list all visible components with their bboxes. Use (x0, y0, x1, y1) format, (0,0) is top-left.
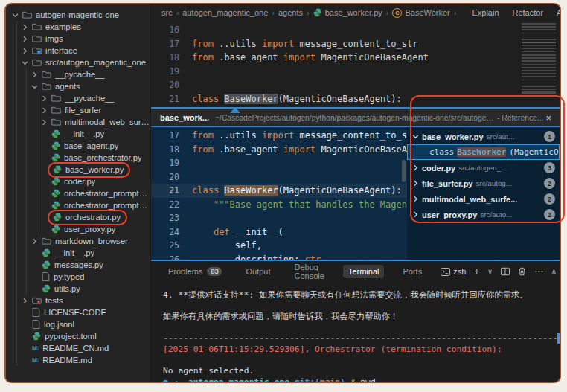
chevron-right-icon[interactable] (412, 180, 419, 187)
chevron-down-icon[interactable] (12, 12, 19, 19)
breadcrumb-segment-src[interactable]: src (161, 8, 173, 17)
tree-item-interface[interactable]: interface (6, 45, 150, 57)
reference-file-base-worker-py[interactable]: base_worker.pysrc/aut...1 (407, 129, 560, 144)
terminal-output[interactable]: 4. **提供对话支持**: 如果你需要聊天或有任何想法需要交流，我会随时倾听并… (151, 281, 560, 382)
panel-tab-debug-console[interactable]: Debug Console (289, 260, 330, 283)
panel-tab-problems[interactable]: Problems83 (163, 265, 227, 278)
tree-item-messages-py[interactable]: messages.py (6, 259, 150, 271)
tree-item-agents[interactable]: agents (6, 80, 150, 92)
terminal-line: [2025-01-06T11:15:29.529306], Orchestrat… (163, 344, 560, 356)
tree-item-orchestrator-prompts-cn-py[interactable]: orchestrator_prompts_cn.py (6, 187, 150, 199)
tree-item-coder-py[interactable]: coder.py (6, 176, 150, 187)
panel-tab-output[interactable]: Output (240, 265, 275, 278)
reference-file-multimodal-web-surfe[interactable]: multimodal_web_surfe...2 (407, 191, 560, 207)
code-editor[interactable]: 1617from ..utils import message_content_… (151, 21, 560, 107)
tree-item-readme-cn-md[interactable]: M↓README_CN.md (6, 342, 150, 354)
tree-item-tests[interactable]: tests (6, 295, 150, 306)
reference-match[interactable]: class BaseWorker(MagenticO (407, 144, 560, 160)
panel-tab-terminal[interactable]: Terminal (343, 265, 385, 278)
reference-file-coder-py[interactable]: coder.pysrc/autogen_...3 (407, 160, 560, 176)
chevron-down-icon[interactable] (412, 133, 419, 140)
breadcrumb-separator: › (272, 8, 275, 17)
tree-item-py-typed[interactable]: py.typed (6, 271, 150, 283)
chevron-right-icon[interactable] (41, 107, 48, 114)
chevron-right-icon[interactable] (22, 298, 28, 304)
chevron-right-icon[interactable] (22, 48, 28, 54)
tree-item-examples[interactable]: examples (6, 21, 150, 33)
python-file-icon (313, 8, 322, 17)
panel-tab-ports[interactable]: Ports (397, 265, 427, 278)
tree-item-license-code[interactable]: LICENSE-CODE (6, 306, 150, 318)
chevron-right-icon[interactable] (412, 196, 419, 202)
chevron-right-icon[interactable] (22, 36, 28, 42)
tree-item-utils-py[interactable]: utils.py (6, 283, 150, 295)
tree-item-base-worker-py[interactable]: base_worker.py (6, 164, 150, 176)
tree-item-pycache[interactable]: __pycache__ (6, 92, 150, 104)
peek-editor[interactable]: 17from ..utils import message_content_to… (151, 127, 407, 260)
tree-item-base-agent-py[interactable]: base_agent.py (6, 140, 150, 152)
file-icon (32, 308, 40, 317)
tree-item-imgs[interactable]: imgs (6, 33, 150, 45)
tree-item-src-autogen-magentic-one[interactable]: src/autogen_magentic_one (6, 57, 150, 68)
minimap[interactable] (522, 23, 556, 97)
chevron-right-icon[interactable] (412, 164, 419, 171)
action-add-docstring[interactable]: Add Docstring (557, 8, 561, 17)
tree-item-label: messages.py (54, 260, 103, 269)
breadcrumb-segment-base-worker-py[interactable]: base_worker.py (313, 8, 382, 17)
shell-terminal-icon[interactable]: zsh (441, 267, 466, 276)
tree-item-label: orchestrator_prompts.py (64, 201, 150, 210)
action-explain[interactable]: Explain (472, 8, 499, 17)
maximize-panel-button[interactable]: ∧ (551, 268, 557, 275)
breadcrumb-segment-baseworker[interactable]: CBaseWorker (392, 8, 449, 18)
editor-code: 1617from ..utils import message_content_… (151, 21, 560, 106)
python-file-icon (42, 284, 51, 293)
class-symbol-icon: C (392, 8, 402, 18)
chevron-down-icon[interactable] (22, 60, 28, 66)
folder-icon (51, 118, 61, 126)
split-terminal-button[interactable] (501, 267, 510, 276)
kill-terminal-button[interactable] (518, 267, 526, 276)
reference-file-file-surfer-py[interactable]: file_surfer.pysrc/autog...2 (407, 176, 560, 191)
tree-item-init-py[interactable]: __init__.py (6, 247, 150, 259)
reference-file-user-proxy-py[interactable]: user_proxy.pysrc/auto...2 (407, 207, 560, 222)
chevron-right-icon[interactable] (31, 238, 38, 245)
chevron-down-icon[interactable] (31, 83, 38, 90)
close-icon[interactable]: × (543, 112, 554, 123)
chevron-right-icon[interactable] (22, 24, 28, 30)
tree-item-multimodal-web-surfer[interactable]: multimodal_web_surfer (6, 116, 150, 128)
peek-body: 17from ..utils import message_content_to… (151, 127, 560, 260)
tree-item-readme-md[interactable]: M↓README.md (6, 354, 150, 366)
tree-item-label: agents (55, 82, 80, 91)
tree-item-pycache[interactable]: __pycache__ (6, 68, 150, 80)
tree-item-markdown-browser[interactable]: markdown_browser (6, 235, 150, 247)
folder-icon (22, 10, 32, 19)
action-refactor[interactable]: Refactor (513, 8, 544, 17)
folder-icon (51, 106, 61, 115)
reference-count-badge: 2 (544, 178, 555, 189)
breadcrumb-segment-autogen-magentic-one[interactable]: autogen_magentic_one (182, 8, 268, 17)
tree-item-init-py[interactable]: __init__.py (6, 128, 150, 140)
peek-scrollbar[interactable] (402, 160, 406, 182)
python-file-icon (42, 260, 51, 269)
code-line-19: 19 (151, 65, 560, 79)
chevron-right-icon[interactable] (41, 119, 48, 126)
tree-item-pyproject-toml[interactable]: pyproject.toml (6, 330, 150, 342)
chevron-right-icon[interactable] (412, 211, 419, 218)
terminal-scrollbar-marker[interactable] (557, 333, 560, 344)
tree-item-orchestrator-py[interactable]: orchestrator.py (6, 211, 150, 223)
tree-item-file-surfer[interactable]: file_surfer (6, 104, 150, 116)
tree-item-autogen-magentic-one[interactable]: autogen-magentic-one (6, 9, 150, 21)
file-icon (32, 320, 40, 329)
chevron-right-icon[interactable] (41, 95, 48, 102)
more-actions-button[interactable]: ⋯ (534, 266, 543, 277)
breadcrumb-segment-agents[interactable]: agents (278, 8, 303, 17)
tree-item-user-proxy-py[interactable]: user_proxy.py (6, 223, 150, 235)
code-line-23: 23 (151, 211, 407, 225)
new-terminal-button[interactable]: + (474, 266, 479, 277)
terminal-profile-dropdown[interactable]: ∨ (487, 268, 493, 275)
reference-count-badge: 2 (544, 193, 555, 205)
python-file-icon (53, 165, 62, 174)
chevron-right-icon[interactable] (31, 71, 38, 78)
tree-item-log-jsonl[interactable]: log.jsonl (6, 318, 150, 330)
tree-item-label: autogen-magentic-one (36, 10, 119, 19)
